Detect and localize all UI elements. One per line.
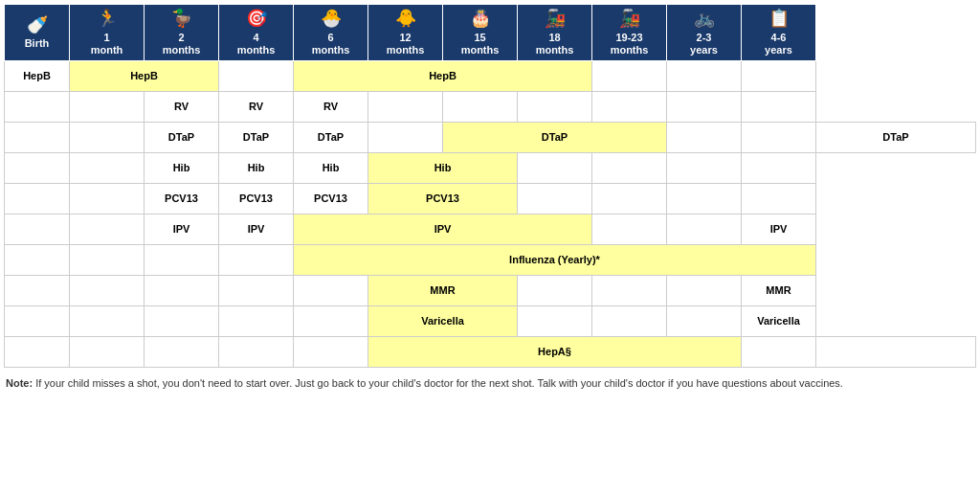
- table-row: Influenza (Yearly)*: [5, 244, 976, 275]
- vaccine-cell: [5, 91, 70, 122]
- vaccine-cell: DTaP: [443, 122, 667, 152]
- vaccine-cell: [219, 336, 294, 367]
- vaccine-cell: [518, 183, 592, 214]
- vaccine-cell: PCV13: [145, 183, 219, 214]
- vaccine-cell: [5, 214, 70, 244]
- table-row: VaricellaVaricella: [5, 305, 976, 336]
- vaccine-cell: [5, 275, 70, 305]
- header-row: 🍼 Birth 🏃 1month 🦆 2months 🎯 4months 🐣: [5, 5, 976, 61]
- note-text: If your child misses a shot, you don't n…: [33, 377, 843, 389]
- col-19-23m-label: 19-23months: [611, 32, 649, 56]
- vaccine-cell: [816, 336, 976, 367]
- vaccine-cell: [667, 122, 742, 152]
- schedule-note: Note: If your child misses a shot, you d…: [4, 373, 976, 393]
- vaccine-cell: DTaP: [145, 122, 219, 152]
- vaccine-cell: [667, 152, 742, 183]
- vaccine-cell: Varicella: [368, 305, 518, 336]
- vaccine-cell: [667, 214, 742, 244]
- vaccine-cell: [667, 275, 742, 305]
- vaccine-cell: [70, 336, 145, 367]
- note-bold: Note:: [6, 377, 33, 389]
- col-1m-label: 1month: [91, 32, 123, 56]
- vaccine-cell: HepB: [5, 60, 70, 91]
- col-12m-label: 12months: [387, 32, 425, 56]
- vaccine-cell: [592, 183, 667, 214]
- vaccine-cell: [70, 183, 145, 214]
- vaccine-cell: [518, 152, 592, 183]
- vaccine-schedule-table: 🍼 Birth 🏃 1month 🦆 2months 🎯 4months 🐣: [4, 4, 976, 368]
- 2m-icon: 🦆: [146, 9, 216, 30]
- 19-23m-icon: 🚂: [594, 9, 664, 30]
- 6m-icon: 🐣: [296, 9, 366, 30]
- vaccine-cell: [145, 305, 219, 336]
- vaccine-cell: [294, 336, 368, 367]
- col-4m: 🎯 4months: [219, 5, 294, 61]
- col-2-3y: 🚲 2-3years: [667, 5, 742, 61]
- table-row: HepBHepBHepB: [5, 60, 976, 91]
- col-4-6y: 📋 4-6years: [742, 5, 816, 61]
- table-row: MMRMMR: [5, 275, 976, 305]
- table-row: PCV13PCV13PCV13PCV13: [5, 183, 976, 214]
- vaccine-cell: [667, 60, 742, 91]
- vaccine-cell: DTaP: [219, 122, 294, 152]
- vaccine-cell: [70, 275, 145, 305]
- vaccine-cell: [592, 275, 667, 305]
- schedule-wrapper: 🍼 Birth 🏃 1month 🦆 2months 🎯 4months 🐣: [0, 0, 980, 396]
- vaccine-cell: [5, 336, 70, 367]
- vaccine-cell: [70, 214, 145, 244]
- col-12m: 🐥 12months: [368, 5, 443, 61]
- vaccine-cell: [742, 122, 816, 152]
- col-15m-label: 15months: [461, 32, 500, 56]
- vaccine-cell: [219, 275, 294, 305]
- table-row: IPVIPVIPVIPV: [5, 214, 976, 244]
- 4m-icon: 🎯: [221, 9, 291, 30]
- vaccine-cell: [70, 305, 145, 336]
- vaccine-cell: [742, 183, 816, 214]
- vaccine-cell: [667, 91, 742, 122]
- col-18m-label: 18months: [536, 32, 574, 56]
- vaccine-cell: [368, 91, 443, 122]
- table-row: DTaPDTaPDTaPDTaPDTaP: [5, 122, 976, 152]
- vaccine-cell: RV: [219, 91, 294, 122]
- 15m-icon: 🎂: [445, 9, 515, 30]
- vaccine-cell: [742, 336, 816, 367]
- 1m-icon: 🏃: [72, 9, 142, 30]
- col-18m: 🚂 18months: [518, 5, 592, 61]
- vaccine-cell: DTaP: [816, 122, 976, 152]
- vaccine-cell: [592, 60, 667, 91]
- vaccine-cell: MMR: [742, 275, 816, 305]
- table-row: RVRVRV: [5, 91, 976, 122]
- col-6m: 🐣 6months: [294, 5, 368, 61]
- col-4m-label: 4months: [237, 32, 276, 56]
- vaccine-cell: [5, 183, 70, 214]
- vaccine-cell: [219, 305, 294, 336]
- vaccine-cell: IPV: [742, 214, 816, 244]
- vaccine-cell: HepB: [294, 60, 592, 91]
- col-4-6y-label: 4-6years: [765, 32, 792, 56]
- col-15m: 🎂 15months: [443, 5, 518, 61]
- vaccine-cell: PCV13: [368, 183, 518, 214]
- vaccine-cell: RV: [145, 91, 219, 122]
- col-2m-label: 2months: [163, 32, 201, 56]
- table-row: HibHibHibHib: [5, 152, 976, 183]
- col-1m: 🏃 1month: [70, 5, 145, 61]
- vaccine-cell: RV: [294, 91, 368, 122]
- vaccine-cell: [5, 305, 70, 336]
- 12m-icon: 🐥: [370, 9, 440, 30]
- vaccine-cell: IPV: [219, 214, 294, 244]
- vaccine-cell: PCV13: [219, 183, 294, 214]
- vaccine-cell: IPV: [294, 214, 592, 244]
- vaccine-cell: HepB: [70, 60, 219, 91]
- vaccine-cell: DTaP: [294, 122, 368, 152]
- 18m-icon: 🚂: [520, 9, 590, 30]
- 2-3y-icon: 🚲: [669, 9, 739, 30]
- vaccine-cell: [742, 152, 816, 183]
- vaccine-cell: [70, 91, 145, 122]
- col-2m: 🦆 2months: [145, 5, 219, 61]
- vaccine-cell: [145, 244, 219, 275]
- vaccine-cell: [518, 91, 592, 122]
- vaccine-cell: [592, 91, 667, 122]
- col-birth-label: Birth: [25, 37, 50, 49]
- vaccine-cell: [219, 60, 294, 91]
- vaccine-cell: [145, 275, 219, 305]
